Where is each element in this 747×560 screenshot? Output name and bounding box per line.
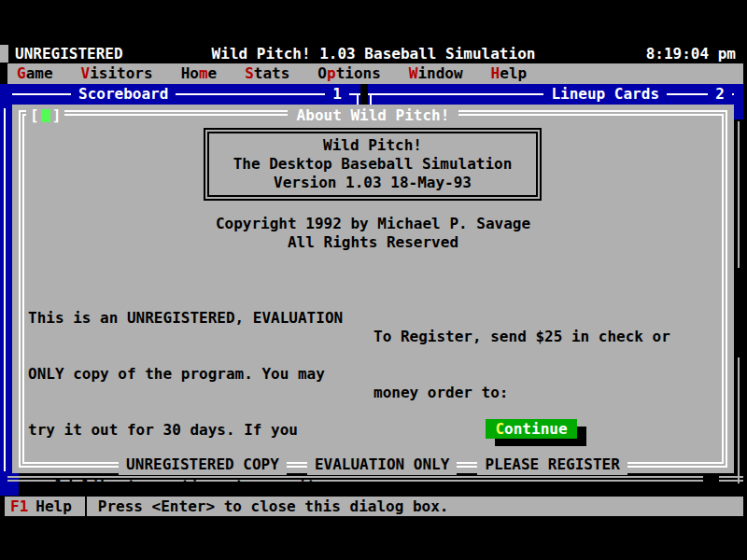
dialog-close-button[interactable]: [ ] bbox=[26, 105, 64, 127]
menu-item-options[interactable]: Options bbox=[317, 63, 380, 84]
menu-item-stats[interactable]: Stats bbox=[245, 63, 289, 84]
frame-line bbox=[368, 93, 543, 95]
menu-item-window[interactable]: Window bbox=[409, 63, 463, 84]
copyright-line: Copyright 1992 by Michael P. Savage bbox=[12, 215, 734, 233]
statusbar-message: Press <Enter> to close this dialog box. bbox=[98, 497, 449, 516]
hotkey-letter: H bbox=[491, 64, 500, 82]
window-bottom-border-fragment bbox=[719, 476, 743, 482]
window-titlebar-lineup-cards[interactable]: Lineup Cards 2 bbox=[368, 84, 743, 105]
hotkey-letter: p bbox=[327, 64, 336, 82]
window-title-lineup-cards: Lineup Cards bbox=[543, 84, 667, 105]
close-bracket-right: ] bbox=[52, 105, 62, 127]
menu-bar: Game Visitors Home Stats Options Window … bbox=[7, 63, 743, 84]
frame-line bbox=[667, 93, 708, 95]
help-hint-label[interactable]: Help bbox=[28, 497, 72, 516]
hotkey-letter: G bbox=[17, 64, 26, 82]
hotkey-letter: V bbox=[81, 64, 91, 82]
dialog-title-row: About Wild Pitch! bbox=[12, 105, 734, 127]
program-tagline: The Desktop Baseball Simulation bbox=[209, 155, 536, 174]
app-title-bar: UNREGISTERED Wild Pitch! 1.03 Baseball S… bbox=[0, 45, 747, 63]
menu-item-home[interactable]: Home bbox=[181, 63, 218, 84]
hotkey-letter: m bbox=[199, 64, 208, 82]
window-border-fragment bbox=[738, 357, 740, 483]
hotkey-letter: W bbox=[409, 64, 418, 82]
program-info-box: Wild Pitch! The Desktop Baseball Simulat… bbox=[204, 128, 542, 201]
frame-line bbox=[176, 93, 325, 95]
menu-item-game[interactable]: Game bbox=[17, 63, 53, 84]
window-title-scoreboard: Scoreboard bbox=[71, 84, 176, 105]
frame-line bbox=[349, 93, 360, 95]
badge-please-register: PLEASE REGISTER bbox=[477, 455, 627, 475]
lineup-window-right-border bbox=[734, 84, 743, 119]
copyright-block: Copyright 1992 by Michael P. Savage All … bbox=[12, 215, 734, 252]
scoreboard-window-left-border bbox=[0, 84, 12, 496]
menu-item-help[interactable]: Help bbox=[491, 63, 528, 84]
app-title: Wild Pitch! 1.03 Baseball Simulation bbox=[0, 45, 747, 63]
program-name: Wild Pitch! bbox=[209, 136, 536, 155]
close-icon bbox=[41, 109, 50, 122]
badge-unregistered-copy: UNREGISTERED COPY bbox=[119, 455, 287, 475]
frame-line bbox=[4, 93, 71, 95]
rights-line: All Rights Reserved bbox=[12, 233, 734, 252]
program-version: Version 1.03 18-May-93 bbox=[209, 174, 536, 192]
close-bracket-left: [ bbox=[30, 105, 39, 127]
badge-evaluation-only: EVALUATION ONLY bbox=[307, 455, 458, 475]
window-number: 1 bbox=[325, 84, 349, 105]
window-border-fragment bbox=[738, 121, 740, 268]
continue-hotkey: C bbox=[495, 420, 504, 438]
menu-item-visitors[interactable]: Visitors bbox=[81, 63, 153, 84]
clock: 8:19:04 pm bbox=[646, 45, 736, 63]
dialog-footer-badges: UNREGISTERED COPY EVALUATION ONLY PLEASE… bbox=[12, 455, 734, 475]
f1-key-hint[interactable]: F1 bbox=[5, 497, 28, 516]
evaluation-notice-text: This is an UNREGISTERED, EVALUATION ONLY… bbox=[28, 272, 374, 560]
hotkey-letter: S bbox=[245, 64, 254, 82]
about-dialog: About Wild Pitch! [ ] Wild Pitch! The De… bbox=[12, 105, 734, 473]
window-number: 2 bbox=[708, 84, 732, 105]
window-titlebar-scoreboard[interactable]: Scoreboard 1 bbox=[4, 84, 360, 105]
continue-button[interactable]: Continue bbox=[486, 419, 577, 439]
dialog-title: About Wild Pitch! bbox=[288, 105, 459, 127]
status-bar: F1 Help Press <Enter> to close this dial… bbox=[5, 497, 743, 516]
statusbar-divider bbox=[85, 497, 87, 516]
